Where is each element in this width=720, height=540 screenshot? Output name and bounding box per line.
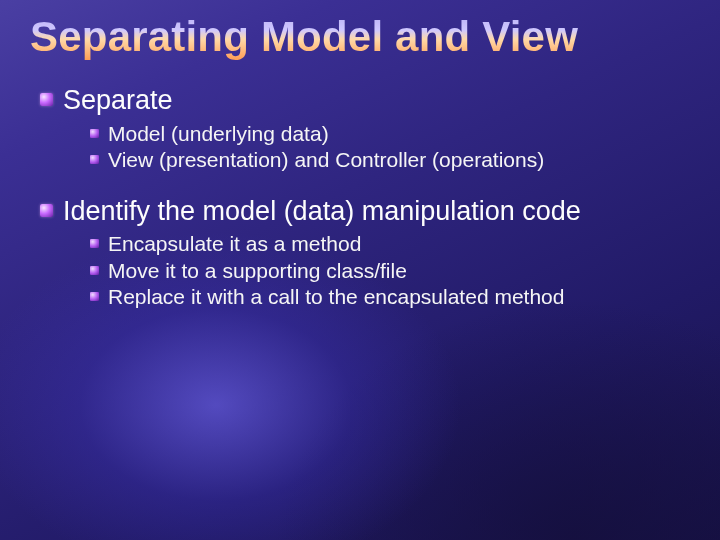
sub-list: Model (underlying data) View (presentati… xyxy=(40,121,690,173)
bullet-icon xyxy=(90,292,99,301)
sub-list-item: Move it to a supporting class/file xyxy=(90,258,690,284)
sub-list-item: View (presentation) and Controller (oper… xyxy=(90,147,690,173)
sub-list-item: Replace it with a call to the encapsulat… xyxy=(90,284,690,310)
bullet-list: Separate Model (underlying data) View (p… xyxy=(30,84,690,310)
bullet-icon xyxy=(90,129,99,138)
slide: Separating Model and View Separate Model… xyxy=(0,0,720,540)
bullet-icon xyxy=(40,93,53,106)
bullet-icon xyxy=(40,204,53,217)
sub-list-item: Encapsulate it as a method xyxy=(90,231,690,257)
list-item-text: Identify the model (data) manipulation c… xyxy=(63,195,581,227)
list-item: Identify the model (data) manipulation c… xyxy=(40,195,690,310)
list-item: Separate Model (underlying data) View (p… xyxy=(40,84,690,173)
sub-list-item-text: Model (underlying data) xyxy=(108,121,329,147)
list-item-row: Separate xyxy=(40,84,690,116)
bullet-icon xyxy=(90,266,99,275)
list-item-row: Identify the model (data) manipulation c… xyxy=(40,195,690,227)
bullet-icon xyxy=(90,155,99,164)
sub-list: Encapsulate it as a method Move it to a … xyxy=(40,231,690,310)
sub-list-item-text: View (presentation) and Controller (oper… xyxy=(108,147,544,173)
sub-list-item-text: Encapsulate it as a method xyxy=(108,231,361,257)
bullet-icon xyxy=(90,239,99,248)
slide-title: Separating Model and View xyxy=(30,14,690,60)
sub-list-item-text: Move it to a supporting class/file xyxy=(108,258,407,284)
list-item-text: Separate xyxy=(63,84,173,116)
sub-list-item: Model (underlying data) xyxy=(90,121,690,147)
sub-list-item-text: Replace it with a call to the encapsulat… xyxy=(108,284,564,310)
